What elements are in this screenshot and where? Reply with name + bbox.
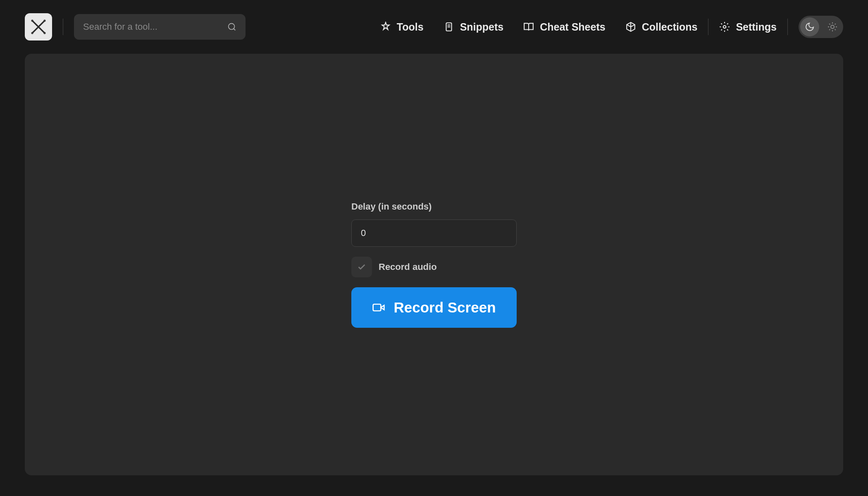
divider (787, 19, 788, 35)
tools-icon (380, 21, 391, 32)
svg-point-1 (44, 20, 45, 21)
divider (63, 19, 63, 35)
nav-collections[interactable]: Collections (625, 21, 698, 33)
form-container: Delay (in seconds) Record audio Record S… (351, 201, 517, 328)
svg-line-14 (835, 29, 836, 30)
record-audio-row: Record audio (351, 257, 517, 277)
search-input[interactable] (74, 14, 246, 40)
gear-icon (719, 21, 730, 32)
svg-line-13 (829, 24, 830, 24)
check-icon (357, 262, 366, 272)
video-icon (372, 301, 385, 314)
record-audio-label: Record audio (379, 262, 437, 272)
svg-rect-19 (373, 304, 381, 311)
nav-collections-label: Collections (642, 21, 698, 33)
book-icon (523, 21, 534, 32)
record-button-label: Record Screen (393, 299, 496, 316)
collections-icon (625, 21, 636, 32)
nav-tools[interactable]: Tools (380, 21, 424, 33)
svg-line-5 (234, 29, 235, 30)
nav-snippets-label: Snippets (460, 21, 504, 33)
snippets-icon (444, 21, 454, 32)
logo-icon (30, 19, 47, 35)
nav-items: Tools Snippets Cheat Sheets Collections (380, 21, 698, 33)
nav-settings-label: Settings (736, 21, 777, 33)
divider (708, 19, 708, 35)
svg-point-4 (229, 24, 235, 30)
search-container (74, 14, 246, 40)
header: Tools Snippets Cheat Sheets Collections (0, 0, 868, 54)
search-icon (227, 22, 236, 31)
svg-point-10 (831, 25, 834, 29)
record-audio-checkbox[interactable] (351, 257, 372, 277)
svg-point-9 (723, 26, 726, 29)
svg-line-17 (829, 29, 830, 30)
svg-line-18 (835, 24, 836, 24)
main-panel: Delay (in seconds) Record audio Record S… (25, 54, 843, 475)
delay-input[interactable] (351, 219, 517, 247)
nav-snippets[interactable]: Snippets (444, 21, 504, 33)
moon-icon (805, 22, 815, 32)
nav-cheat-sheets-label: Cheat Sheets (540, 21, 605, 33)
svg-point-2 (32, 33, 33, 33)
record-screen-button[interactable]: Record Screen (351, 287, 517, 328)
nav-settings[interactable]: Settings (719, 21, 777, 33)
logo[interactable] (25, 13, 52, 41)
theme-toggle[interactable] (799, 16, 843, 38)
sun-icon (827, 22, 837, 32)
delay-label: Delay (in seconds) (351, 201, 517, 212)
svg-point-3 (44, 33, 45, 33)
nav-tools-label: Tools (397, 21, 424, 33)
toggle-thumb (800, 17, 819, 36)
svg-point-0 (32, 20, 33, 21)
nav-cheat-sheets[interactable]: Cheat Sheets (523, 21, 605, 33)
